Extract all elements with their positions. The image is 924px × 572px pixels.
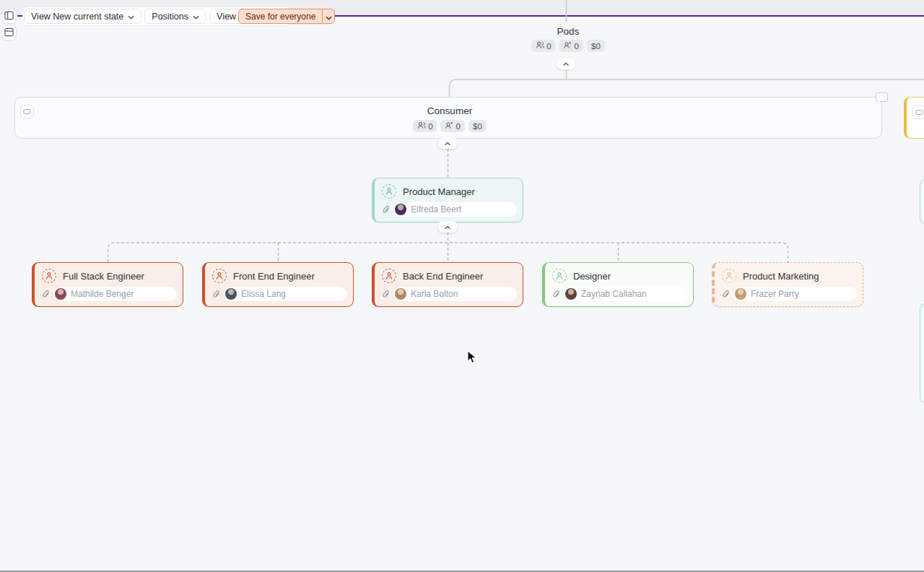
pods-budget-value: $0 — [591, 42, 601, 51]
pods-members-badge: 0 — [531, 40, 555, 52]
consumer-title: Consumer — [427, 105, 472, 116]
pods-title: Pods — [557, 26, 580, 37]
consumer-budget-value: $0 — [473, 122, 482, 131]
avatar — [55, 288, 66, 300]
role-title: Product Marketing — [743, 271, 819, 282]
avatar — [395, 204, 406, 215]
person-name: Mathilde Benger — [71, 289, 134, 299]
consumer-collapse-button[interactable] — [438, 137, 457, 149]
comment-indicator[interactable] — [876, 92, 888, 102]
person-plus-icon — [445, 121, 454, 131]
person-name: Elissa Lang — [241, 289, 286, 299]
product-manager-collapse-button[interactable] — [438, 221, 457, 233]
pod-2-container-clipped[interactable] — [904, 97, 924, 139]
people-icon — [417, 121, 426, 131]
consumer-budget-badge: $0 — [468, 120, 487, 132]
positions-dropdown[interactable]: Positions — [144, 9, 206, 24]
consumer-members-badge: 0 — [413, 120, 437, 132]
paperclip-icon — [382, 205, 390, 214]
person-name: Zaynab Callahan — [581, 289, 647, 299]
role-card-front-end-engineer[interactable]: Front End Engineer Elissa Lang — [202, 262, 354, 307]
chevron-up-icon — [443, 222, 452, 233]
chevron-down-icon — [326, 10, 332, 23]
pods-members-count: 0 — [546, 42, 551, 51]
view-state-dropdown[interactable]: View New current state — [24, 9, 141, 24]
positions-label: Positions — [152, 12, 188, 22]
assigned-person[interactable]: Elfreda Beert — [393, 202, 517, 217]
chevron-down-icon — [128, 12, 134, 22]
role-card-product-marketing[interactable]: Product Marketing Frazer Parry — [712, 262, 863, 307]
position-icon — [552, 269, 567, 283]
avatar — [565, 288, 577, 300]
pods-badges: 0 0 $0 — [531, 40, 605, 52]
paperclip-icon — [722, 290, 730, 298]
position-icon — [382, 184, 396, 199]
role-title: Front End Engineer — [233, 271, 315, 282]
chevron-up-icon — [562, 58, 570, 69]
org-chart-canvas[interactable]: View New current state Positions View Se… — [0, 0, 924, 572]
pod-consumer-container[interactable] — [14, 97, 882, 139]
person-name: Frazer Parry — [751, 289, 799, 299]
sidebar-icon — [4, 11, 14, 22]
role-title: Back End Engineer — [403, 271, 483, 282]
consumer-open-roles-count: 0 — [456, 122, 461, 131]
position-icon — [212, 269, 227, 283]
pod-2-card-clipped[interactable] — [920, 179, 924, 224]
consumer-members-count: 0 — [428, 122, 432, 131]
chevron-down-icon — [193, 12, 199, 22]
assigned-person[interactable]: Elissa Lang — [224, 287, 347, 301]
pods-budget-badge: $0 — [587, 40, 605, 52]
pod-2-collapse-pod-button[interactable] — [912, 105, 924, 119]
pods-open-roles-count: 0 — [575, 42, 579, 51]
pods-collapse-button[interactable] — [557, 58, 575, 69]
assigned-person[interactable]: Zaynab Callahan — [564, 287, 687, 301]
role-card-product-manager[interactable]: Product Manager Elfreda Beert — [372, 178, 523, 222]
position-icon — [722, 269, 736, 283]
paperclip-icon — [382, 290, 390, 298]
assigned-person[interactable]: Karla Bolton — [393, 287, 517, 301]
consumer-open-roles-badge: 0 — [441, 120, 465, 132]
position-icon — [382, 269, 396, 283]
paperclip-icon — [42, 290, 50, 298]
role-card-designer[interactable]: Designer Zaynab Callahan — [542, 262, 694, 307]
mouse-cursor — [467, 350, 476, 367]
role-card-back-end-engineer[interactable]: Back End Engineer Karla Bolton — [372, 262, 523, 307]
role-card-full-stack-engineer[interactable]: Full Stack Engineer Mathilde Benger — [32, 262, 183, 307]
save-split-button: Save for everyone — [238, 9, 335, 24]
role-title: Full Stack Engineer — [63, 271, 144, 282]
paperclip-icon — [552, 290, 560, 298]
view-state-label: View New current state — [31, 12, 123, 22]
people-icon — [536, 41, 544, 51]
pod-oval-icon — [915, 110, 923, 115]
role-title: Product Manager — [403, 186, 475, 197]
pods-open-roles-badge: 0 — [559, 40, 583, 52]
avatar — [395, 288, 406, 300]
position-icon — [42, 269, 56, 283]
consumer-collapse-pod-button[interactable] — [20, 105, 34, 118]
person-name: Karla Bolton — [411, 289, 458, 299]
table-rows-icon — [4, 27, 14, 39]
assigned-person[interactable]: Mathilde Benger — [53, 287, 177, 301]
save-options-caret[interactable] — [322, 9, 334, 23]
paperclip-icon — [212, 290, 220, 298]
save-for-everyone-button[interactable]: Save for everyone — [239, 9, 322, 23]
person-name: Elfreda Beert — [411, 204, 461, 214]
role-title: Designer — [573, 271, 611, 282]
toggle-table-view-button[interactable] — [1, 25, 17, 40]
pod-2-card-clipped-2[interactable] — [920, 303, 924, 403]
consumer-badges: 0 0 $0 — [413, 120, 487, 132]
avatar — [735, 288, 746, 300]
person-plus-icon — [564, 41, 572, 51]
pod-oval-icon — [23, 109, 31, 114]
avatar — [225, 288, 237, 300]
toggle-sidebar-button[interactable] — [1, 9, 17, 24]
assigned-person[interactable]: Frazer Parry — [733, 287, 857, 301]
chevron-up-icon — [443, 138, 452, 149]
